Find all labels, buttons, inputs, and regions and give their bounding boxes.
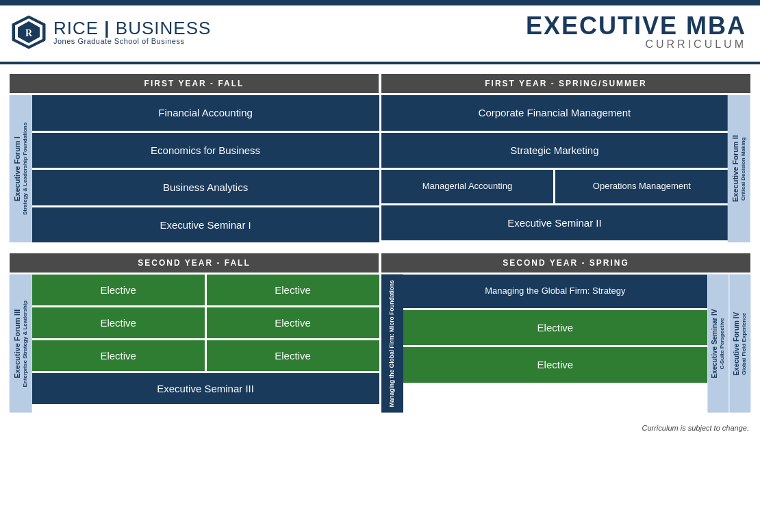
elective-3-1: Elective xyxy=(32,340,205,371)
course-economics: Economics for Business xyxy=(32,133,379,168)
forum3-subtitle: Enterprise Strategy & Leadership xyxy=(22,300,29,387)
page-title-area: EXECUTIVE MBA CURRICULUM xyxy=(526,14,746,51)
top-bar xyxy=(0,0,760,5)
curriculum-container: FIRST YEAR - FALL FIRST YEAR - SPRING/SU… xyxy=(0,67,760,420)
logo-name: RICE | BUSINESS xyxy=(53,19,211,37)
exec-seminar4-title: Executive Seminar IV xyxy=(710,309,719,378)
rice-shield-icon: R xyxy=(11,14,47,50)
page-title: EXECUTIVE MBA xyxy=(526,14,746,38)
course-operations-mgmt: Operations Management xyxy=(555,170,728,203)
year2-header-row: SECOND YEAR - FALL SECOND YEAR - SPRING xyxy=(10,253,750,273)
forum1-subtitle: Strategy & Leadership Foundations xyxy=(22,123,29,215)
forum2-side: Executive Forum II Critical Decision Mak… xyxy=(728,95,750,242)
year2-spring-header: SECOND YEAR - SPRING xyxy=(381,253,750,273)
year1-spring-header: FIRST YEAR - SPRING/SUMMER xyxy=(381,74,750,93)
course-business-analytics: Business Analytics xyxy=(32,170,379,205)
elective-row-1: Elective Elective xyxy=(32,275,379,305)
elective-2-2: Elective xyxy=(207,307,379,338)
exec-seminar4-side: Executive Seminar IV C-Suite Perspective xyxy=(707,275,729,413)
forum3-title: Executive Forum III xyxy=(12,309,22,378)
forum1-title: Executive Forum I xyxy=(12,136,22,201)
logo-text: RICE | BUSINESS Jones Graduate School of… xyxy=(53,19,211,45)
forum2-subtitle: Critical Decision Making xyxy=(741,137,748,200)
course-managerial-accounting: Managerial Accounting xyxy=(381,170,554,203)
year1-halves: Financial Accounting Economics for Busin… xyxy=(32,95,729,242)
year2-block: SECOND YEAR - FALL SECOND YEAR - SPRING … xyxy=(10,253,750,413)
forum2-title: Executive Forum II xyxy=(731,136,740,203)
course-corporate-finance: Corporate Financial Management xyxy=(381,95,729,131)
exec-forum4-title: Executive Forum IV xyxy=(732,312,741,375)
elective-row-2: Elective Elective xyxy=(32,307,379,338)
logo-school: Jones Graduate School of Business xyxy=(53,37,211,45)
course-financial-accounting: Financial Accounting xyxy=(32,95,379,131)
page-subtitle: CURRICULUM xyxy=(526,38,746,51)
year1-split-row: Managerial Accounting Operations Managem… xyxy=(381,170,729,203)
logo-area: R RICE | BUSINESS Jones Graduate School … xyxy=(11,14,211,50)
elective-3-2: Elective xyxy=(207,340,379,371)
year1-content: Executive Forum I Strategy & Leadership … xyxy=(10,95,750,242)
course-strategic-marketing: Strategic Marketing xyxy=(381,133,729,168)
elective-grid: Elective Elective Elective Elective Elec… xyxy=(32,275,379,413)
course-elective-spring-2: Elective xyxy=(403,347,708,383)
managing-firm-side: Managing the Global Firm: Micro Foundati… xyxy=(381,275,403,413)
exec-seminar-3: Executive Seminar III xyxy=(32,373,379,404)
footer-note: Curriculum is subject to change. xyxy=(0,420,760,436)
header-divider xyxy=(0,62,760,64)
course-exec-seminar2: Executive Seminar II xyxy=(381,205,729,241)
year1-header-row: FIRST YEAR - FALL FIRST YEAR - SPRING/SU… xyxy=(10,74,750,93)
year2-fall-content: Executive Forum III Enterprise Strategy … xyxy=(10,275,379,413)
svg-text:R: R xyxy=(25,28,33,38)
header: R RICE | BUSINESS Jones Graduate School … xyxy=(0,5,760,59)
exec-seminar4-subtitle: C-Suite Perspective xyxy=(719,318,726,369)
course-exec-seminar1: Executive Seminar I xyxy=(32,207,379,243)
year1-fall-col: Financial Accounting Economics for Busin… xyxy=(32,95,379,242)
exec-forum4-side: Executive Forum IV Global Field Experien… xyxy=(729,275,750,413)
year2-spring-content: Managing the Global Firm: Micro Foundati… xyxy=(381,275,751,413)
forum1-side: Executive Forum I Strategy & Leadership … xyxy=(10,95,32,242)
year2-spring-courses: Managing the Global Firm: Strategy Elect… xyxy=(403,275,708,413)
elective-2-1: Elective xyxy=(32,307,205,338)
forum3-side: Executive Forum III Enterprise Strategy … xyxy=(10,275,32,413)
year1-fall-header: FIRST YEAR - FALL xyxy=(10,74,379,93)
course-managing-strategy: Managing the Global Firm: Strategy xyxy=(403,275,708,308)
year1-block: FIRST YEAR - FALL FIRST YEAR - SPRING/SU… xyxy=(10,74,750,242)
elective-row-3: Elective Elective xyxy=(32,340,379,371)
year1-spring-col: Corporate Financial Management Strategic… xyxy=(381,95,729,242)
course-elective-spring-1: Elective xyxy=(403,310,708,346)
year2-fall-header: SECOND YEAR - FALL xyxy=(10,253,379,273)
elective-1-2: Elective xyxy=(207,275,379,305)
elective-1-1: Elective xyxy=(32,275,205,305)
year2-content: Executive Forum III Enterprise Strategy … xyxy=(10,275,750,413)
exec-forum4-subtitle: Global Field Experience xyxy=(741,312,748,375)
